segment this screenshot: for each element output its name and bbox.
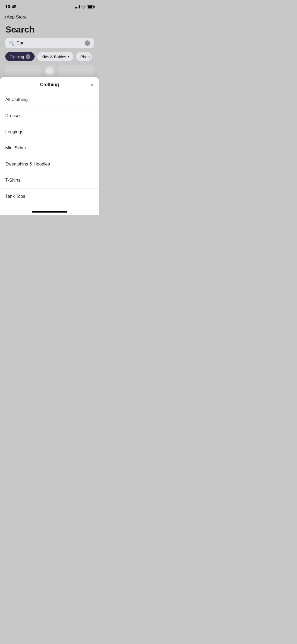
- home-indicator: [32, 211, 67, 213]
- page-title: Search: [5, 24, 94, 35]
- sheet-item-t-shirts[interactable]: T-Shirts: [0, 172, 99, 188]
- background-content: ‹ App Store Search 🔍 Car ✕ Clothing ✕ Ki…: [0, 12, 99, 81]
- filter-icon: [46, 67, 53, 75]
- sheet-item-mini-skirts[interactable]: Mini Skirts: [0, 140, 99, 156]
- filter-chip-clothing[interactable]: Clothing ✕: [5, 52, 35, 61]
- chip-label-kids: Kids & Babies: [41, 54, 66, 59]
- back-chevron-icon: ‹: [4, 14, 6, 21]
- filter-chip-kids[interactable]: Kids & Babies ▾: [37, 52, 73, 61]
- app-store-back-label: App Store: [7, 15, 27, 20]
- sheet-item-leggings[interactable]: Leggings: [0, 124, 99, 140]
- search-icon: 🔍: [9, 41, 14, 46]
- status-bar: 10:48: [0, 0, 99, 12]
- sheet-item-sweatshirts-hoodies[interactable]: Sweatshirts & Hoodies: [0, 156, 99, 172]
- chip-label-phonecase: Phone Cas: [80, 54, 90, 59]
- search-clear-button[interactable]: ✕: [85, 40, 90, 46]
- status-icons: [75, 5, 94, 8]
- sheet-item-dresses[interactable]: Dresses: [0, 108, 99, 124]
- chip-remove-clothing[interactable]: ✕: [26, 54, 30, 59]
- signal-icon: [75, 5, 80, 8]
- sheet-item-all-clothing[interactable]: All Clothing: [0, 92, 99, 108]
- sheet-title: Clothing: [40, 82, 59, 88]
- sheet-list: All Clothing Dresses Leggings Mini Skirt…: [0, 92, 99, 204]
- bottom-sheet: Clothing × All Clothing Dresses Leggings…: [0, 77, 99, 215]
- wifi-icon: [81, 5, 86, 8]
- back-nav[interactable]: ‹ App Store: [4, 12, 94, 22]
- filter-chips-row: Clothing ✕ Kids & Babies ▾ Phone Cas: [5, 52, 94, 61]
- search-bar[interactable]: 🔍 Car ✕: [5, 38, 94, 48]
- status-time: 10:48: [5, 4, 16, 10]
- search-input[interactable]: Car: [16, 40, 85, 46]
- sheet-item-tank-tops[interactable]: Tank Tops: [0, 188, 99, 204]
- sheet-close-button[interactable]: ×: [91, 81, 94, 88]
- sheet-header: Clothing ×: [0, 77, 99, 92]
- chip-label-clothing: Clothing: [10, 54, 24, 59]
- filter-chip-phonecase[interactable]: Phone Cas: [76, 52, 92, 61]
- chip-dropdown-kids: ▾: [68, 55, 69, 58]
- battery-icon: [87, 5, 94, 8]
